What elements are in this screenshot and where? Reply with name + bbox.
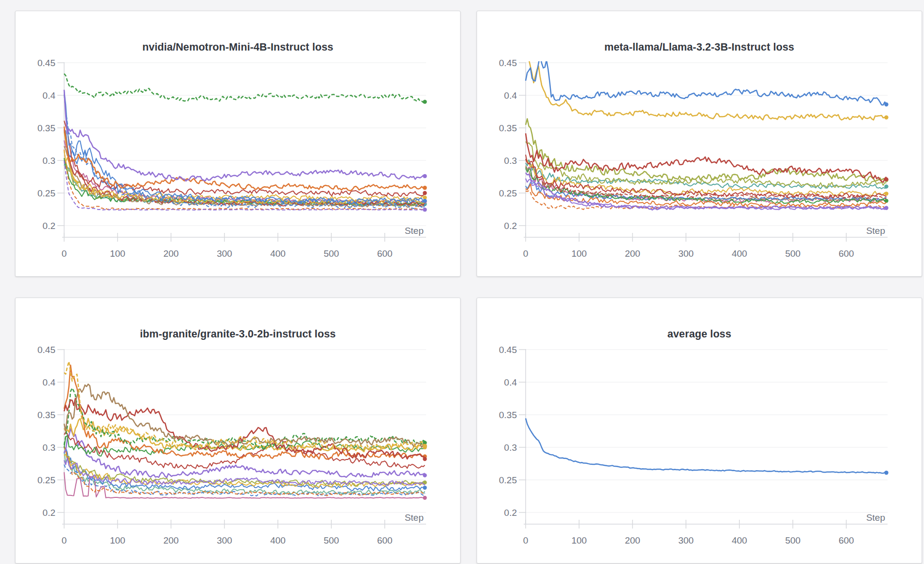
- y-tick-label: 0.2: [504, 508, 517, 518]
- run-endpoint-dot: [884, 184, 888, 188]
- x-tick-label: 100: [571, 535, 587, 546]
- x-tick-label: 0: [62, 248, 67, 259]
- nemotron-mini-4b-loss-panel[interactable]: nvidia/Nemotron-Mini-4B-Instruct loss0.4…: [15, 11, 461, 277]
- chart-plot-area: 0.450.40.350.30.250.20100200300400500600…: [16, 11, 460, 276]
- granite-3-0-2b-loss-panel[interactable]: ibm-granite/granite-3.0-2b-instruct loss…: [15, 298, 461, 564]
- y-tick-label: 0.45: [37, 345, 55, 355]
- x-tick-label: 300: [678, 535, 694, 546]
- run-endpoint-dot: [423, 208, 427, 212]
- run-endpoint-dot: [884, 103, 888, 106]
- chart-plot-area: 0.450.40.350.30.250.20100200300400500600…: [477, 11, 922, 276]
- run-line: [526, 133, 887, 182]
- series-group: [526, 418, 889, 475]
- x-axis-label: Step: [866, 512, 885, 523]
- x-tick-label: 200: [163, 535, 179, 546]
- dashboard: { "page": {"background_color": "#f4f4f6"…: [0, 0, 924, 564]
- y-tick-label: 0.4: [43, 90, 56, 101]
- run-endpoint-dot: [423, 186, 427, 190]
- y-tick-label: 0.25: [37, 188, 55, 198]
- y-tick-label: 0.3: [504, 156, 517, 166]
- y-tick-label: 0.25: [499, 475, 517, 485]
- run-endpoint-dot: [884, 199, 888, 203]
- x-tick-label: 500: [324, 535, 339, 546]
- run-endpoint-dot: [423, 199, 427, 203]
- x-tick-label: 600: [377, 535, 393, 546]
- y-tick-label: 0.45: [37, 58, 55, 68]
- x-tick-label: 400: [732, 248, 747, 259]
- run-endpoint-dot: [884, 177, 888, 181]
- y-tick-label: 0.2: [43, 508, 55, 518]
- run-line: [64, 388, 425, 449]
- run-line: [64, 90, 425, 181]
- y-tick-label: 0.4: [504, 90, 517, 101]
- x-tick-label: 400: [732, 535, 747, 546]
- llama-3-2-3b-loss-panel[interactable]: meta-llama/Llama-3.2-3B-Instruct loss0.4…: [477, 11, 922, 277]
- x-tick-label: 600: [377, 248, 393, 259]
- y-tick-label: 0.4: [43, 377, 56, 388]
- y-tick-label: 0.45: [499, 345, 517, 355]
- run-endpoint-dot: [423, 457, 427, 461]
- run-endpoint-dot: [423, 486, 427, 490]
- run-endpoint-dot: [884, 115, 888, 119]
- run-endpoint-dot: [884, 471, 888, 475]
- x-axis-label: Step: [405, 226, 424, 236]
- run-line: [64, 446, 425, 496]
- run-line: [64, 365, 425, 459]
- x-tick-label: 500: [785, 248, 801, 259]
- y-tick-label: 0.35: [499, 410, 517, 420]
- x-axis-label: Step: [866, 226, 885, 236]
- y-tick-label: 0.3: [43, 156, 55, 166]
- y-tick-label: 0.25: [499, 188, 517, 198]
- series-group: [526, 55, 889, 210]
- x-tick-label: 300: [217, 248, 232, 259]
- x-tick-label: 100: [110, 535, 125, 546]
- y-tick-label: 0.2: [504, 221, 517, 231]
- x-axis-label: Step: [405, 512, 424, 523]
- x-tick-label: 100: [110, 248, 125, 259]
- average-loss-panel[interactable]: average loss0.450.40.350.30.250.20100200…: [477, 298, 922, 564]
- y-tick-label: 0.3: [43, 442, 55, 453]
- x-tick-label: 0: [62, 535, 67, 546]
- x-tick-label: 500: [324, 248, 339, 259]
- y-tick-label: 0.45: [499, 58, 517, 68]
- y-tick-label: 0.25: [37, 475, 55, 485]
- y-tick-label: 0.35: [37, 123, 55, 133]
- y-tick-label: 0.35: [499, 123, 517, 133]
- x-tick-label: 200: [163, 248, 179, 259]
- x-tick-label: 600: [838, 535, 854, 546]
- x-tick-label: 500: [785, 535, 801, 546]
- x-tick-label: 400: [270, 248, 286, 259]
- x-tick-label: 100: [571, 248, 587, 259]
- run-endpoint-dot: [884, 192, 888, 195]
- y-tick-label: 0.2: [43, 221, 55, 231]
- run-endpoint-dot: [423, 444, 427, 448]
- x-tick-label: 300: [678, 248, 694, 259]
- run-endpoint-dot: [884, 206, 888, 210]
- run-line: [526, 55, 887, 120]
- chart-plot-area: 0.450.40.350.30.250.20100200300400500600…: [477, 298, 922, 563]
- y-tick-label: 0.3: [504, 442, 517, 453]
- run-endpoint-dot: [423, 496, 427, 500]
- run-line: [64, 73, 425, 102]
- run-endpoint-dot: [423, 473, 427, 477]
- run-endpoint-dot: [423, 174, 427, 178]
- series-group: [64, 73, 427, 212]
- run-line: [526, 418, 887, 473]
- y-tick-label: 0.35: [37, 410, 55, 420]
- y-tick-label: 0.4: [504, 377, 517, 388]
- x-tick-label: 600: [838, 248, 854, 259]
- run-endpoint-dot: [423, 100, 427, 104]
- chart-plot-area: 0.450.40.350.30.250.20100200300400500600…: [16, 298, 460, 563]
- x-tick-label: 0: [523, 535, 529, 546]
- x-tick-label: 200: [625, 248, 640, 259]
- run-line: [64, 458, 425, 486]
- run-endpoint-dot: [423, 191, 427, 195]
- x-tick-label: 200: [625, 535, 640, 546]
- x-tick-label: 300: [217, 535, 232, 546]
- run-line: [64, 126, 425, 191]
- run-line: [526, 56, 887, 105]
- x-tick-label: 400: [270, 535, 286, 546]
- x-tick-label: 0: [523, 248, 529, 259]
